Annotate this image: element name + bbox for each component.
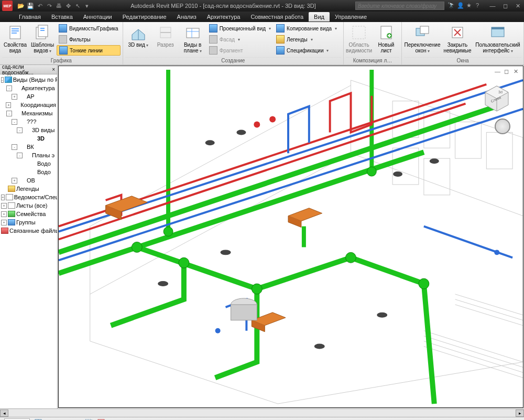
visibility-graphics-button[interactable]: Видимость/Графика (57, 23, 121, 34)
visibility-region-button[interactable]: Область видимости (346, 23, 372, 55)
viewport-3d[interactable]: — ◻ ✕ Слева 3d (58, 66, 523, 408)
expander-icon[interactable]: + (12, 94, 17, 100)
navigation-wheel[interactable] (495, 119, 510, 134)
browser-tree[interactable]: -Виды (Виды по Р-Архитектура+АР+Координа… (0, 74, 57, 408)
tree-node[interactable]: Легенды (1, 185, 56, 193)
qat-modify-icon[interactable]: ✥ (64, 2, 72, 10)
help-icon[interactable]: ? (476, 2, 483, 9)
crop-visible-icon[interactable] (97, 418, 105, 421)
tree-node[interactable]: +АР (1, 92, 56, 101)
qat-undo-icon[interactable]: ↶ (36, 2, 44, 10)
tree-node[interactable]: -3D виды (1, 126, 56, 134)
app-icon[interactable]: MEP (2, 1, 13, 11)
browser-close-icon[interactable]: × (52, 67, 55, 72)
binoculars-icon[interactable]: 🔭 (447, 2, 455, 9)
expander-icon[interactable]: - (6, 111, 12, 116)
tree-node[interactable]: -??? (1, 117, 56, 126)
minimize-button[interactable]: — (486, 1, 499, 10)
close-hidden-button[interactable]: Закрыть невидимые (442, 23, 473, 55)
tree-node[interactable]: +Координация (1, 101, 56, 109)
tab-home[interactable]: Главная (14, 12, 46, 21)
qat-cursor-icon[interactable]: ↖ (73, 2, 82, 10)
switch-windows-button[interactable]: Переключение окон▾ (404, 23, 441, 55)
tree-node[interactable]: Водо (1, 159, 56, 168)
group-label-create: Создание (125, 57, 341, 64)
tree-node[interactable]: +Группы (1, 218, 56, 227)
tab-manage[interactable]: Управление (330, 12, 372, 21)
vp-close-icon[interactable]: ✕ (514, 68, 521, 76)
expander-icon[interactable]: + (6, 102, 11, 108)
expander-icon[interactable]: + (12, 178, 17, 184)
tree-node[interactable]: -Планы э (1, 151, 56, 159)
tree-node[interactable]: Связанные файлы (1, 227, 56, 235)
visibility-icon (59, 24, 67, 33)
section-button[interactable]: Разрез (152, 23, 179, 49)
browser-header[interactable]: сад-ясли водоснабж… × (0, 65, 57, 74)
user-interface-button[interactable]: Пользовательский интерфейс▾ (474, 23, 521, 55)
tab-annotate[interactable]: Аннотации (78, 12, 117, 21)
visual-style-icon[interactable] (47, 418, 55, 421)
expander-icon[interactable]: - (17, 153, 23, 158)
expander-icon[interactable]: - (17, 127, 23, 133)
tree-node[interactable]: -Механизмы (1, 109, 56, 117)
expander-icon[interactable]: - (12, 144, 17, 150)
tree-node[interactable]: +ОВ (1, 176, 56, 185)
filters-button[interactable]: Фильтры (57, 34, 121, 45)
hide-isolate-icon[interactable] (110, 418, 118, 421)
expander-icon[interactable]: - (12, 119, 17, 125)
expander-icon[interactable]: + (1, 203, 7, 209)
tab-architecture[interactable]: Архитектура (202, 12, 246, 21)
favorite-icon[interactable]: ★ (466, 2, 474, 9)
tree-node[interactable]: -ВК (1, 143, 56, 151)
detail-level-icon[interactable] (34, 418, 42, 421)
close-button[interactable]: ✕ (511, 1, 524, 10)
vp-restore-icon[interactable]: ◻ (504, 68, 511, 76)
vp-minimize-icon[interactable]: — (495, 68, 502, 76)
scroll-right-button[interactable]: ▸ (516, 410, 524, 417)
sun-path-icon[interactable] (59, 418, 68, 421)
tab-collaborate[interactable]: Совместная работа (245, 12, 309, 21)
tree-node[interactable]: -Виды (Виды по Р (1, 76, 56, 84)
tree-node[interactable]: +Семейства (1, 210, 56, 218)
elevation-button[interactable]: Фасад▾ (207, 34, 273, 45)
crop-icon[interactable] (84, 418, 93, 421)
view-properties-button[interactable]: Свойства вида (2, 23, 28, 55)
shadows-icon[interactable] (72, 418, 80, 421)
tree-node[interactable]: +Листы (все) (1, 201, 56, 210)
tab-view[interactable]: Вид (309, 12, 330, 21)
search-input[interactable] (355, 2, 444, 10)
svg-point-47 (254, 121, 260, 127)
thin-lines-button[interactable]: Тонкие линии (57, 45, 121, 56)
expander-icon[interactable]: + (1, 211, 7, 217)
fragment-button[interactable]: Фрагмент (207, 45, 273, 56)
viewcube[interactable]: Слева 3d (481, 82, 512, 113)
plan-views-button[interactable]: Виды в плане▾ (180, 23, 206, 55)
expander-icon[interactable]: + (1, 220, 7, 225)
3d-view-button[interactable]: 3D вид▾ (125, 23, 151, 49)
tree-node[interactable]: Водо (1, 168, 56, 176)
expander-icon[interactable]: + (1, 195, 5, 200)
qat-dd-icon[interactable]: ▾ (83, 2, 91, 10)
tree-node[interactable]: 3D (1, 134, 56, 143)
tree-node[interactable]: -Архитектура (1, 84, 56, 92)
schedules-button[interactable]: Спецификации▾ (274, 45, 339, 56)
view-templates-button[interactable]: Шаблоны видов▾ (29, 23, 56, 55)
qat-open-icon[interactable]: 📂 (17, 2, 25, 10)
tab-analyze[interactable]: Анализ (172, 12, 202, 21)
tab-modify[interactable]: Редактирование (117, 12, 172, 21)
horizontal-scrollbar[interactable]: ◂ ▸ (0, 408, 524, 417)
new-sheet-button[interactable]: Новый лист (373, 23, 399, 55)
scroll-left-button[interactable]: ◂ (0, 410, 8, 417)
tree-node[interactable]: +Ведомости/Спец (1, 193, 56, 201)
expander-icon[interactable]: - (6, 85, 12, 91)
communication-icon[interactable]: 👤 (457, 2, 464, 9)
tab-insert[interactable]: Вставка (46, 12, 78, 21)
duplicate-view-button[interactable]: Копирование вида▾ (274, 23, 339, 34)
projection-view-button[interactable]: Проекционный вид▾ (207, 23, 273, 34)
maximize-button[interactable]: ◻ (499, 1, 511, 10)
qat-save-icon[interactable]: 💾 (26, 2, 35, 10)
qat-redo-icon[interactable]: ↷ (45, 2, 53, 10)
legends-button[interactable]: Легенды▾ (274, 34, 339, 45)
qat-print-icon[interactable]: 🖶 (54, 2, 63, 10)
expander-icon[interactable]: - (1, 77, 4, 83)
